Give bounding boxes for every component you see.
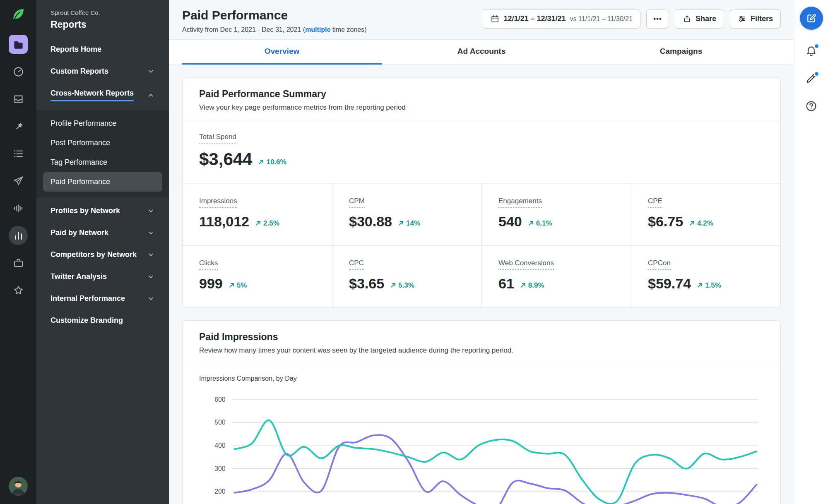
- rail-inbox-button[interactable]: [9, 89, 28, 108]
- rail-reports-button[interactable]: [9, 226, 28, 245]
- metric-value: $6.75: [648, 214, 683, 230]
- series-11-1-21-11-30-21: [235, 435, 756, 504]
- activity-prefix: Activity from Dec 1, 2021 - Dec 31, 2021…: [182, 26, 305, 33]
- tab-overview[interactable]: Overview: [182, 40, 382, 65]
- trend-up-icon: [697, 282, 703, 288]
- sidebar-subitem-post-performance[interactable]: Post Performance: [43, 133, 162, 153]
- sidebar-item-internal-performance[interactable]: Internal Performance: [36, 288, 169, 310]
- user-avatar[interactable]: [9, 477, 28, 496]
- compose-button[interactable]: [800, 7, 823, 30]
- more-options-button[interactable]: •••: [646, 10, 669, 29]
- share-button[interactable]: Share: [675, 9, 724, 29]
- feedback-pencil-button[interactable]: [805, 72, 817, 86]
- change-value: 1.5%: [705, 281, 721, 290]
- tab-campaigns[interactable]: Campaigns: [581, 40, 781, 65]
- sidebar-item-twitter-analysis[interactable]: Twitter Analysis: [36, 266, 169, 288]
- chevron-down-icon: [147, 67, 155, 75]
- chevron-down-icon: [147, 251, 155, 259]
- svg-text:200: 200: [214, 488, 226, 495]
- sidebar-item-custom-reports[interactable]: Custom Reports: [36, 60, 169, 82]
- chevron-down-icon: [147, 229, 155, 237]
- listening-icon: [13, 203, 24, 214]
- share-icon: [683, 14, 691, 23]
- filters-button[interactable]: Filters: [730, 9, 781, 29]
- impressions-card-header: Paid Impressions Review how many times y…: [183, 321, 780, 364]
- metric-label[interactable]: Engagements: [498, 197, 542, 208]
- trend-up-icon: [229, 282, 235, 288]
- sidebar-item-label: Internal Performance: [51, 294, 125, 303]
- metric-change: 4.2%: [689, 219, 713, 228]
- rail-listening-button[interactable]: [9, 199, 28, 218]
- impressions-card-title: Paid Impressions: [199, 331, 764, 343]
- help-icon: [805, 100, 817, 112]
- pinned-icon: [13, 121, 24, 132]
- metric-value: $3.65: [349, 276, 384, 292]
- sidebar-item-label: Competitors by Network: [51, 250, 137, 259]
- page-title: Paid Performance: [182, 8, 367, 22]
- right-rail-icons: [805, 45, 817, 114]
- summary-card: Paid Performance Summary View your key p…: [182, 77, 781, 308]
- impressions-line-chart: 600500400300200: [199, 391, 764, 504]
- page-header-left: Paid Performance Activity from Dec 1, 20…: [182, 8, 367, 34]
- metric-label[interactable]: CPE: [648, 197, 662, 208]
- help-button[interactable]: [805, 100, 817, 114]
- tab-ad-accounts[interactable]: Ad Accounts: [382, 40, 581, 65]
- notifications-button[interactable]: [805, 45, 817, 58]
- timezones-link[interactable]: multiple: [305, 26, 330, 33]
- rail-dashboard-button[interactable]: [9, 62, 28, 81]
- metric-change: 8.9%: [520, 281, 544, 290]
- report-content: Paid Performance Summary View your key p…: [169, 65, 794, 504]
- page-header: Paid Performance Activity from Dec 1, 20…: [169, 0, 794, 39]
- sidebar-item-customize-branding[interactable]: Customize Branding: [36, 310, 169, 331]
- plan-folder-icon: [13, 39, 24, 50]
- rail-feeds-button[interactable]: [9, 144, 28, 163]
- change-value: 6.1%: [536, 219, 552, 228]
- sidebar-item-profiles-by-network[interactable]: Profiles by Network: [36, 200, 169, 222]
- sidebar-subitem-paid-performance[interactable]: Paid Performance: [43, 172, 162, 192]
- date-range-label: 12/1/21 – 12/31/21: [503, 14, 566, 23]
- sidebar-subitem-profile-performance[interactable]: Profile Performance: [43, 114, 162, 133]
- trend-up-icon: [398, 220, 404, 226]
- sidebar-item-competitors-by-network[interactable]: Competitors by Network: [36, 244, 169, 266]
- metric-label[interactable]: CPC: [349, 259, 364, 270]
- svg-text:300: 300: [214, 465, 226, 472]
- sidebar-item-cross-network-reports[interactable]: Cross-Network Reports: [36, 82, 169, 108]
- compose-icon: [806, 13, 817, 24]
- metric-change: 2.5%: [255, 219, 279, 228]
- sprout-logo-icon[interactable]: [11, 7, 26, 23]
- metric-value: $30.88: [349, 214, 392, 230]
- metric-label[interactable]: Impressions: [199, 197, 237, 208]
- metric-value: 540: [498, 214, 522, 230]
- product-title: Reports: [51, 19, 155, 30]
- filters-icon: [738, 14, 746, 23]
- metric-label[interactable]: Total Spend: [199, 133, 236, 144]
- metric-change: 6.1%: [528, 219, 552, 228]
- metric-label[interactable]: Clicks: [199, 259, 218, 270]
- chevron-down-icon: [147, 295, 155, 302]
- notification-dot: [814, 71, 819, 77]
- sidebar-subitem-tag-performance[interactable]: Tag Performance: [43, 153, 162, 172]
- rail-pinned-button[interactable]: [9, 117, 28, 136]
- impressions-chart-wrap: Impressions Comparison, by Day 600500400…: [183, 364, 780, 504]
- metric-label[interactable]: CPCon: [648, 259, 671, 270]
- summary-card-title: Paid Performance Summary: [199, 89, 764, 100]
- rail-publishing-button[interactable]: [9, 171, 28, 190]
- rail-advocacy-button[interactable]: [9, 253, 28, 272]
- rail-favorites-button[interactable]: [9, 281, 28, 300]
- metric-label[interactable]: Web Conversions: [498, 259, 554, 270]
- metric-value: $59.74: [648, 276, 691, 292]
- metric-impressions: Impressions118,0122.5%: [183, 184, 332, 245]
- date-range-button[interactable]: 12/1/21 – 12/31/21 vs 11/1/21 – 11/30/21: [483, 9, 640, 29]
- change-value: 2.5%: [263, 219, 279, 228]
- metric-label[interactable]: CPM: [349, 197, 365, 208]
- sidebar-item-reports-home[interactable]: Reports Home: [36, 38, 169, 60]
- trend-up-icon: [689, 220, 695, 226]
- trend-up-icon: [520, 282, 526, 288]
- dashboard-icon: [13, 66, 24, 77]
- sidebar-item-paid-by-network[interactable]: Paid by Network: [36, 222, 169, 244]
- svg-text:600: 600: [214, 396, 226, 403]
- rail-plan-folder-button[interactable]: [9, 35, 28, 54]
- metric-value: 61: [498, 276, 514, 292]
- right-rail: [794, 0, 828, 504]
- sidebar-item-label: Paid by Network: [51, 228, 108, 237]
